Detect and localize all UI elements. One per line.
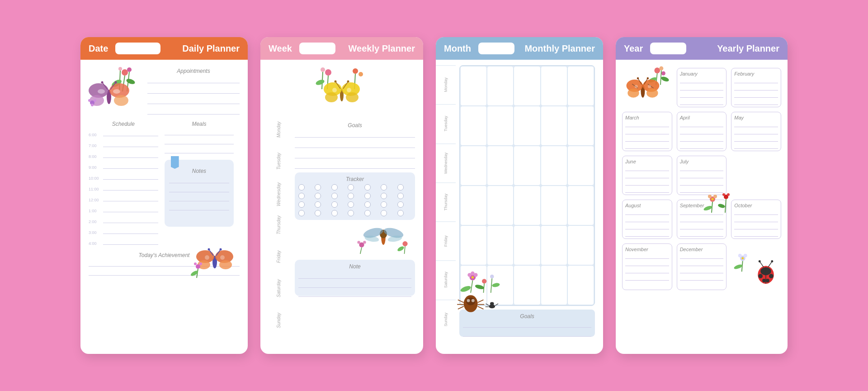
appointments-section: Appointments xyxy=(147,68,240,114)
svg-line-91 xyxy=(478,300,484,302)
schedule-col: Schedule 6:00 7:00 8:00 9:00 10:00 11:00… xyxy=(89,121,158,246)
weekly-days-column: Monday Tuesday Wednesday Thursday Friday… xyxy=(260,64,293,340)
monthly-day-thursday: Thursday xyxy=(436,182,456,221)
svg-point-110 xyxy=(646,89,658,98)
month-cell xyxy=(487,226,513,265)
planners-container: Date Daily Planner xyxy=(62,19,806,372)
svg-line-128 xyxy=(725,199,726,213)
weekly-day-sunday: Sunday xyxy=(264,310,293,340)
tracker-circle xyxy=(381,184,387,191)
svg-point-65 xyxy=(357,241,360,243)
note-label: Note xyxy=(298,263,411,270)
monthly-bug-illustration xyxy=(449,268,504,318)
svg-point-101 xyxy=(661,71,665,75)
monthly-day-wednesday: Wednesday xyxy=(436,143,456,182)
weekly-week-input[interactable] xyxy=(299,43,335,54)
month-cell xyxy=(541,106,567,145)
daily-date-input[interactable] xyxy=(115,43,160,54)
tracker-circle xyxy=(315,193,321,199)
svg-point-53 xyxy=(347,88,351,92)
month-box-january: January xyxy=(677,68,727,107)
svg-point-70 xyxy=(396,245,405,252)
month-name-february: February xyxy=(734,71,778,76)
tracker-circle xyxy=(298,201,305,208)
apt-line-1 xyxy=(147,76,240,83)
svg-point-122 xyxy=(712,198,714,200)
schedule-label: Schedule xyxy=(89,121,158,127)
month-box-august: August xyxy=(622,200,672,239)
svg-point-45 xyxy=(359,72,363,76)
svg-point-113 xyxy=(635,85,638,88)
month-name-june: June xyxy=(625,159,669,164)
svg-point-39 xyxy=(325,69,331,76)
weekly-title: Weekly Planner xyxy=(349,43,415,54)
tracker-circle xyxy=(364,193,371,199)
monthly-day-tuesday: Tuesday xyxy=(436,104,456,143)
svg-point-2 xyxy=(118,67,122,71)
weekly-header: Week Weekly Planner xyxy=(260,37,423,60)
month-cell xyxy=(514,226,540,265)
monthly-header: Month Monthly Planner xyxy=(436,37,603,60)
svg-point-57 xyxy=(347,81,349,83)
tracker-circle xyxy=(331,193,338,199)
tracker-circle xyxy=(315,210,321,216)
weekly-day-label-tuesday: Tuesday xyxy=(264,150,293,172)
yearly-body: January February March April May xyxy=(616,60,788,345)
tracker-circle xyxy=(348,201,354,208)
tracker-circle xyxy=(381,193,387,199)
daily-header: Date Daily Planner xyxy=(80,37,248,60)
svg-point-83 xyxy=(492,282,500,287)
weekly-butterfly-illustration xyxy=(315,64,369,114)
svg-point-52 xyxy=(332,88,337,92)
svg-point-95 xyxy=(490,302,494,305)
svg-point-40 xyxy=(321,67,325,72)
svg-point-68 xyxy=(402,241,407,246)
appointments-label: Appointments xyxy=(147,68,240,74)
svg-line-96 xyxy=(486,304,489,305)
svg-line-90 xyxy=(458,306,464,309)
svg-line-76 xyxy=(471,281,472,293)
yearly-year-label: Year xyxy=(624,43,643,54)
svg-point-108 xyxy=(627,89,639,98)
month-box-november: November xyxy=(622,243,672,290)
weekly-day-thursday: Thursday xyxy=(264,214,293,245)
svg-point-105 xyxy=(660,76,670,82)
month-cell xyxy=(461,226,486,265)
monthly-month-input[interactable] xyxy=(478,43,514,54)
svg-point-35 xyxy=(194,262,197,265)
month-cell xyxy=(514,67,540,105)
svg-point-21 xyxy=(94,99,96,102)
month-name-january: January xyxy=(680,71,724,76)
month-cell xyxy=(514,186,540,225)
apt-line-3 xyxy=(147,97,240,104)
svg-point-121 xyxy=(713,195,717,198)
svg-point-77 xyxy=(482,279,486,283)
achievement-section: Today's Achievement xyxy=(89,252,240,276)
tracker-circle xyxy=(397,193,404,199)
meals-label: Meals xyxy=(165,121,234,127)
svg-point-99 xyxy=(654,67,660,73)
tracker-circle xyxy=(364,184,371,191)
month-cell xyxy=(568,106,594,145)
month-name-july: July xyxy=(680,159,724,164)
yearly-butterfly-illustration xyxy=(622,64,672,110)
month-cell xyxy=(487,67,513,105)
svg-point-126 xyxy=(722,193,725,196)
svg-point-129 xyxy=(718,203,726,209)
monthly-body: Monday Tuesday Wednesday Thursday Friday… xyxy=(436,60,603,345)
svg-point-81 xyxy=(460,285,472,293)
schedule-meals-section: Schedule 6:00 7:00 8:00 9:00 10:00 11:00… xyxy=(89,121,240,246)
weekly-day-label-monday: Monday xyxy=(264,119,293,140)
month-name-april: April xyxy=(680,115,724,120)
svg-point-127 xyxy=(727,193,730,196)
svg-point-17 xyxy=(101,81,104,84)
svg-point-146 xyxy=(771,260,774,262)
yearly-year-input[interactable] xyxy=(650,43,686,54)
daily-planner-card: Date Daily Planner xyxy=(80,37,248,354)
tracker-circle xyxy=(315,184,321,191)
svg-point-14 xyxy=(113,89,120,94)
svg-point-20 xyxy=(88,99,91,102)
tracker-circle xyxy=(298,193,305,199)
svg-point-141 xyxy=(766,279,769,282)
tracker-circle xyxy=(348,193,354,199)
